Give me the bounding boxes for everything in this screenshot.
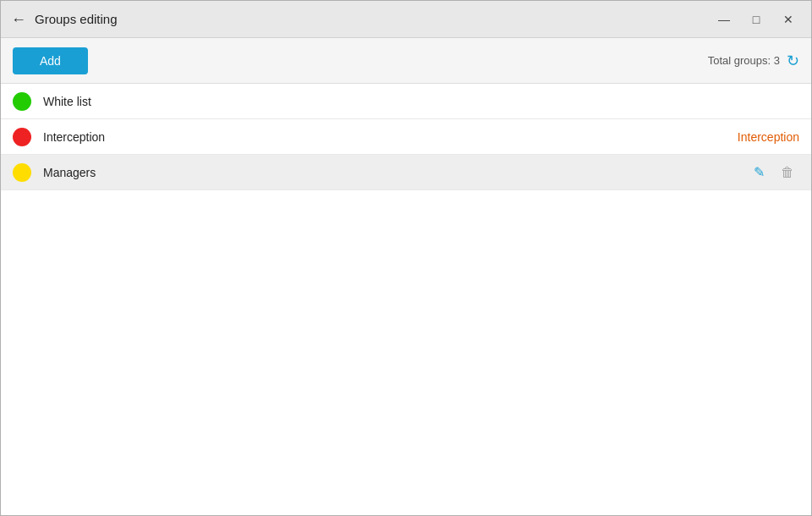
color-indicator-green — [13, 92, 31, 111]
item-actions: ✎ 🗑 — [747, 161, 799, 184]
title-bar: ← Groups editing — □ ✕ — [1, 1, 811, 38]
toolbar: Add Total groups: 3 ↻ — [1, 38, 811, 84]
minimize-button[interactable]: — — [711, 9, 737, 30]
window-title: Groups editing — [35, 12, 118, 26]
delete-button[interactable]: 🗑 — [776, 161, 799, 184]
add-button[interactable]: Add — [13, 47, 88, 74]
window-controls: — □ ✕ — [711, 9, 801, 30]
edit-button[interactable]: ✎ — [747, 161, 771, 184]
color-indicator-yellow — [13, 163, 31, 182]
maximize-button[interactable]: □ — [743, 9, 769, 30]
total-groups-info: Total groups: 3 ↻ — [708, 52, 799, 70]
color-indicator-red — [13, 128, 31, 146]
group-name: Managers — [43, 166, 799, 179]
group-name: White list — [43, 95, 799, 108]
total-groups-label: Total groups: 3 — [708, 54, 780, 67]
list-item: Interception Interception ✎ 🗑 — [1, 119, 811, 155]
back-button[interactable]: ← — [11, 12, 26, 27]
main-window: ← Groups editing — □ ✕ Add Total groups:… — [0, 0, 812, 516]
close-button[interactable]: ✕ — [776, 9, 801, 30]
list-item: White list ✎ 🗑 — [1, 84, 811, 119]
group-name: Interception — [43, 130, 726, 144]
groups-list: White list ✎ 🗑 Interception Interception… — [1, 84, 811, 515]
title-bar-left: ← Groups editing — [11, 12, 711, 27]
refresh-icon[interactable]: ↻ — [787, 52, 799, 70]
group-tag: Interception — [738, 130, 799, 144]
list-item: Managers ✎ 🗑 — [1, 155, 811, 190]
